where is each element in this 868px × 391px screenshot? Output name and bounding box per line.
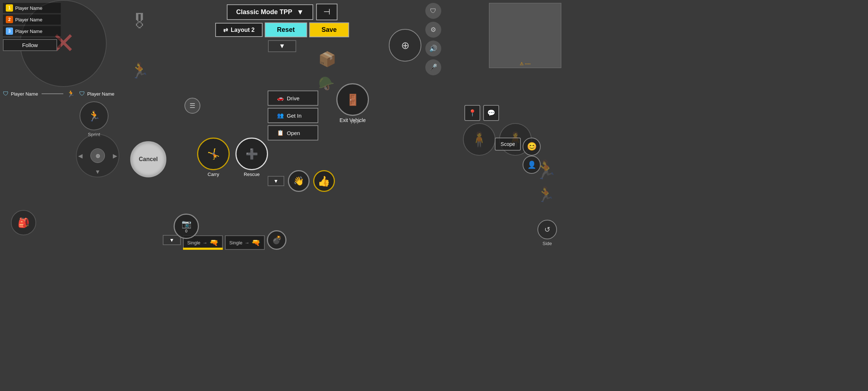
exit-vehicle-area: 🚪 Exit Vehicle <box>336 83 369 123</box>
layout-button[interactable]: ⇄ Layout 2 <box>215 23 263 37</box>
weapon-icon-1: 🔫 <box>209 238 218 247</box>
soldier-icon-prone: 🏃 <box>130 62 149 79</box>
scope-button[interactable]: Scope <box>495 138 521 151</box>
weapon-ammo-bar-1 <box>183 248 223 250</box>
weapon-slot-2[interactable]: Single → 🔫 <box>225 235 265 250</box>
silhouette-button-1[interactable]: 🧍 <box>463 123 495 156</box>
reset-button[interactable]: Reset <box>265 22 307 37</box>
layout-swap-icon: ⇄ <box>223 26 228 33</box>
expand-button[interactable]: ▼ <box>268 40 296 52</box>
vehicle-actions: 🚗 Drive 👥 Get In 📋 Open <box>268 91 318 140</box>
shield-icon-2: 🛡 <box>79 91 85 97</box>
rescue-button[interactable]: ➕ <box>235 138 268 170</box>
carry-icon: 🤸 <box>207 148 220 160</box>
exit-button[interactable]: ⊣ <box>316 4 337 20</box>
grenade-button[interactable]: 💣 <box>267 230 286 250</box>
player-name-1: Player Name <box>11 91 38 97</box>
mode-chevron-icon: ▼ <box>297 8 304 16</box>
weapon-arrow-icon-2: → <box>244 240 249 245</box>
exit-vehicle-button[interactable]: 🚪 <box>336 83 369 116</box>
thumbs-neutral-button[interactable]: 👋 <box>288 170 310 192</box>
run-icons-area: 🏃 🏃 <box>535 159 557 203</box>
team-member-2: 2 Player Name <box>3 14 61 25</box>
camera-num: 0 <box>185 229 187 233</box>
mode-select-button[interactable]: Classic Mode TPP ▼ <box>227 4 313 20</box>
chat-button[interactable]: 💬 <box>483 105 499 121</box>
menu-icon-button[interactable]: ☰ <box>184 98 200 114</box>
cancel-button[interactable]: Cancel <box>130 141 166 177</box>
sprint-area: 🏃 Sprint <box>80 101 109 137</box>
drive-button[interactable]: 🚗 Drive <box>268 91 318 106</box>
team-num-1: 1 <box>6 4 13 12</box>
open-label: Open <box>287 130 300 136</box>
player-badge-2: 🛡 Player Name <box>79 91 114 97</box>
carry-button[interactable]: 🤸 <box>197 138 230 170</box>
fpp-button[interactable]: FPP <box>351 119 360 125</box>
team-member-3: 3 Player Name <box>3 26 61 36</box>
top-bar-row2: ⇄ Layout 2 Reset Save <box>215 22 349 37</box>
weapon-arrow-icon: → <box>203 240 207 245</box>
shield-icon-1: 🛡 <box>3 91 9 97</box>
sprint-button[interactable]: 🏃 <box>80 101 109 130</box>
get-in-label: Get In <box>287 113 302 119</box>
arrow-left-icon: ◀ <box>78 152 82 159</box>
weapon-slot1-label: Single <box>187 240 200 245</box>
open-button[interactable]: 📋 Open <box>268 125 318 140</box>
mode-label: Classic Mode TPP <box>236 8 292 16</box>
thumbs-expand-button[interactable]: ▼ <box>268 176 284 186</box>
right-icons: 🛡 ⚙ 🔊 🎤 <box>425 3 441 75</box>
drive-label: Drive <box>287 95 299 101</box>
side-button[interactable]: ↺ <box>537 220 557 239</box>
steering-icon: 🚗 <box>277 95 284 101</box>
weapon-expand-button[interactable]: ▼ <box>163 235 181 245</box>
carry-label: Carry <box>208 172 219 177</box>
grenade-icon: 💣 <box>272 235 282 245</box>
thumbs-up-button[interactable]: 👍 <box>313 170 335 192</box>
hat-icon[interactable]: 🪖 <box>318 76 335 91</box>
open-icon: 📋 <box>277 130 284 136</box>
soldier-icon-kneeling: 🎖 <box>130 11 149 33</box>
rescue-label: Rescue <box>244 172 260 177</box>
crate-icon[interactable]: 📦 <box>318 51 336 68</box>
bag-button[interactable]: 🎒 <box>11 210 36 235</box>
joystick-outer[interactable]: ◀ ▶ ▼ ⊕ <box>76 134 119 177</box>
gear-icon-button[interactable]: ⚙ <box>425 22 441 38</box>
follow-button[interactable]: Follow <box>3 39 57 51</box>
camera-button[interactable]: 📷 0 <box>174 214 199 239</box>
loc-chat-area: 📍 💬 <box>464 105 499 121</box>
carry-rescue-area: 🤸 Carry ➕ Rescue <box>197 138 268 177</box>
save-button[interactable]: Save <box>309 22 349 37</box>
top-bar: Classic Mode TPP ▼ ⊣ ⇄ Layout 2 Reset Sa… <box>215 4 349 52</box>
arrow-down-icon: ▼ <box>95 169 101 175</box>
emoji-button[interactable]: 😊 <box>523 138 541 156</box>
run-icon-1: 🏃 <box>535 159 557 180</box>
exit-icon: ⊣ <box>323 7 330 17</box>
player-names-row: 🛡 Player Name 🏃 🛡 Player Name <box>3 90 114 98</box>
minimap-warning: ⚠ ---- <box>520 61 531 66</box>
team-member-1: 1 Player Name <box>3 3 61 13</box>
team-name-2: Player Name <box>15 17 42 22</box>
rescue-icon: ➕ <box>246 148 258 160</box>
player-badge-1: 🛡 Player Name 🏃 <box>3 90 75 98</box>
get-in-icon: 👥 <box>277 112 284 119</box>
shield-icon-button[interactable]: 🛡 <box>425 3 441 19</box>
side-label: Side <box>542 241 552 246</box>
joystick-area[interactable]: ◀ ▶ ▼ ⊕ <box>76 134 119 177</box>
location-button[interactable]: 📍 <box>464 105 480 121</box>
arrow-right-icon: ▶ <box>113 152 117 159</box>
aim-circle-button[interactable]: ⊕ <box>389 29 421 62</box>
weapon-icon-2: 🔫 <box>251 238 260 247</box>
mic-icon-button[interactable]: 🎤 <box>425 59 441 75</box>
joystick-arrows: ◀ ▶ ▼ <box>77 135 119 177</box>
side-button-area: ↺ Side <box>537 220 557 246</box>
thumbs-area: ▼ 👋 👍 <box>268 170 335 192</box>
silhouette-icon-1: 🧍 <box>470 131 488 148</box>
aim-icon: ⊕ <box>401 39 409 51</box>
top-bar-row1: Classic Mode TPP ▼ ⊣ <box>227 4 337 20</box>
run-icon: 🏃 <box>67 90 75 98</box>
get-in-button[interactable]: 👥 Get In <box>268 108 318 123</box>
volume-icon-button[interactable]: 🔊 <box>425 41 441 56</box>
team-name-1: Player Name <box>15 5 42 11</box>
weapon-slot2-label: Single <box>229 240 242 245</box>
team-num-2: 2 <box>6 16 13 23</box>
